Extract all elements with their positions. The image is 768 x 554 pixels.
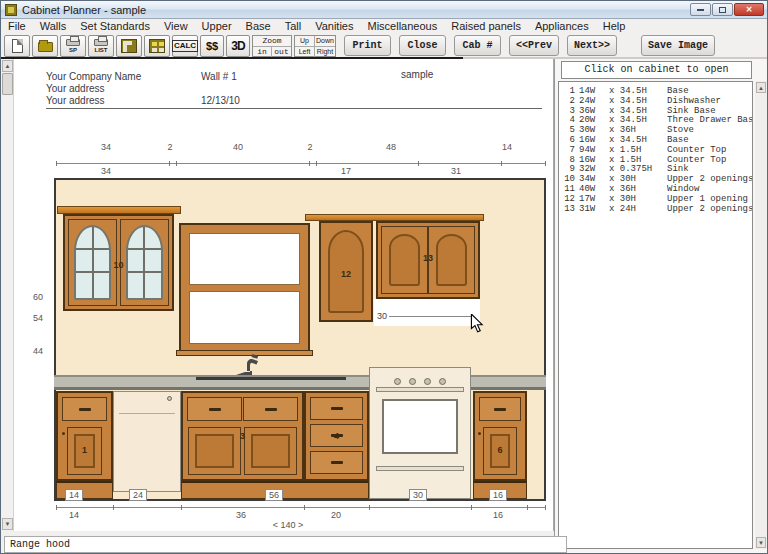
cabinet-list-item[interactable]: 1331Wx 24HUpper 2 openings xyxy=(561,205,752,215)
pan-right-button[interactable]: Right xyxy=(315,47,335,58)
menu-item-help[interactable]: Help xyxy=(596,19,633,34)
printer-sp-label: SP xyxy=(69,47,77,53)
sink-base-3[interactable]: 3 xyxy=(181,391,304,481)
pan-up-button[interactable]: Up xyxy=(295,36,315,47)
toolbar-button-close[interactable]: Close xyxy=(399,35,446,56)
scroll-down-arrow-icon[interactable]: ▼ xyxy=(2,518,13,530)
drawer-front[interactable] xyxy=(479,397,521,421)
menu-item-raised-panels[interactable]: Raised panels xyxy=(444,19,528,34)
sink-cutout[interactable] xyxy=(196,377,346,380)
cabinet-num: 13 xyxy=(561,205,575,215)
menu-item-appliances[interactable]: Appliances xyxy=(528,19,596,34)
drawer-front[interactable] xyxy=(187,397,242,421)
menu-item-upper[interactable]: Upper xyxy=(195,19,239,34)
scroll-up-arrow-icon[interactable]: ▲ xyxy=(2,60,13,72)
new-drawing-button[interactable] xyxy=(4,35,30,57)
oven-window xyxy=(382,399,458,454)
countertop[interactable] xyxy=(54,375,546,390)
crown-molding xyxy=(305,214,484,221)
toolbar-button-print[interactable]: Print xyxy=(344,35,391,56)
stove-knob-icon xyxy=(424,378,431,385)
drawer-front[interactable] xyxy=(62,397,107,421)
menu-item-miscellaneous[interactable]: Miscellaneous xyxy=(360,19,444,34)
toolbar-button-next[interactable]: Next>> xyxy=(567,35,617,56)
menu-item-tall[interactable]: Tall xyxy=(278,19,309,34)
menu-item-file[interactable]: File xyxy=(1,19,33,34)
menu-item-set-standards[interactable]: Set Standards xyxy=(73,19,157,34)
date-label: 12/13/10 xyxy=(201,95,240,106)
3d-view-button[interactable]: 3D xyxy=(226,35,250,57)
upper-cabinet-10[interactable]: 10 xyxy=(63,214,174,311)
toolbar: SP LIST CALC $$ 3D Zoom in out Up Down L… xyxy=(1,34,768,57)
pricing-button[interactable]: $$ xyxy=(200,35,224,57)
scroll-up-arrow-icon[interactable]: ▲ xyxy=(756,82,766,93)
elevation-view-button[interactable] xyxy=(144,35,170,57)
maximize-icon xyxy=(719,7,726,13)
drawing-canvas[interactable]: Your Company Name Your address Your addr… xyxy=(1,59,554,531)
dimension-label: 16 xyxy=(493,510,503,520)
print-sp-button[interactable]: SP xyxy=(60,35,86,57)
calc-button[interactable]: CALC xyxy=(172,35,198,57)
bottom-dimension-line xyxy=(56,507,546,508)
toolbar-button-prev[interactable]: <<Prev xyxy=(509,35,559,56)
zoom-out-button[interactable]: out xyxy=(272,47,291,57)
dimension-label: 24 xyxy=(129,489,147,501)
pan-left-button[interactable]: Left xyxy=(295,47,315,58)
title-bar: Cabinet Planner - sample ✕ xyxy=(1,1,768,19)
status-message: Range hood xyxy=(4,536,567,553)
dimension-label: 48 xyxy=(386,142,396,152)
dimension-label: 20 xyxy=(331,510,341,520)
hood-dimension-line xyxy=(388,316,474,317)
menu-item-base[interactable]: Base xyxy=(239,19,278,34)
drawer-front[interactable] xyxy=(243,397,298,421)
canvas-vertical-scrollbar[interactable]: ▲ ▼ xyxy=(1,59,14,531)
base-cabinet-6[interactable]: 6 xyxy=(473,391,527,481)
open-button[interactable] xyxy=(32,35,58,57)
dimension-label: 2 xyxy=(167,142,172,152)
top-dimension-row-1: 3424024814 xyxy=(1,142,554,152)
stove-5[interactable] xyxy=(369,367,471,499)
wall-elevation[interactable]: 10 12 13 30 xyxy=(54,178,546,501)
menu-item-walls[interactable]: Walls xyxy=(33,19,73,34)
cabinet-list[interactable]: 114Wx 34.5HBase224Wx 34.5HDishwasher336W… xyxy=(558,81,753,549)
scrollbar-thumb[interactable] xyxy=(2,73,13,95)
upper-cabinet-12[interactable]: 12 xyxy=(319,221,373,322)
zoom-in-button[interactable]: in xyxy=(253,47,272,57)
range-hood-area[interactable]: 30 xyxy=(374,299,480,326)
toolbar-button-cab[interactable]: Cab # xyxy=(454,35,501,56)
drawer-base-4[interactable]: 4 xyxy=(304,391,369,481)
scroll-down-arrow-icon[interactable]: ▼ xyxy=(756,537,766,548)
toolbar-button-save-image[interactable]: Save Image xyxy=(641,35,715,56)
printer-icon xyxy=(94,39,108,46)
list-vertical-scrollbar[interactable]: ▲ ▼ xyxy=(755,81,767,549)
dimension-label: 17 xyxy=(341,166,351,176)
drawer-handle xyxy=(265,408,277,411)
close-button[interactable]: ✕ xyxy=(734,3,764,16)
drawer-front[interactable] xyxy=(310,397,363,420)
door-knob xyxy=(478,432,481,435)
dimension-label: 54 xyxy=(19,313,43,323)
base-cabinet-1[interactable]: 1 xyxy=(56,391,113,481)
dishwasher-2[interactable] xyxy=(113,391,181,492)
menu-item-view[interactable]: View xyxy=(157,19,195,34)
dimension-label: 34 xyxy=(101,166,111,176)
printer-icon xyxy=(66,39,80,46)
window-sash-top xyxy=(189,233,300,285)
print-list-button[interactable]: LIST xyxy=(88,35,114,57)
pan-down-button[interactable]: Down xyxy=(315,36,335,47)
window-sash-bottom xyxy=(189,291,300,344)
cabinet-h: x 24H xyxy=(609,205,667,215)
upper-cabinet-13[interactable]: 13 xyxy=(376,221,480,299)
minimize-button[interactable] xyxy=(690,3,711,16)
maximize-button[interactable] xyxy=(712,3,733,16)
dimension-label: 56 xyxy=(265,489,283,501)
floorplan-view-button[interactable] xyxy=(116,35,142,57)
app-window: Cabinet Planner - sample ✕ FileWallsSet … xyxy=(0,0,768,554)
drawer-front[interactable] xyxy=(310,451,363,474)
top-dimension-line xyxy=(56,163,546,164)
oven-drawer-handle xyxy=(376,466,464,471)
oven-handle xyxy=(376,387,464,392)
zoom-label: Zoom xyxy=(253,36,291,46)
window-11[interactable] xyxy=(179,223,310,354)
menu-item-vanities[interactable]: Vanities xyxy=(308,19,360,34)
